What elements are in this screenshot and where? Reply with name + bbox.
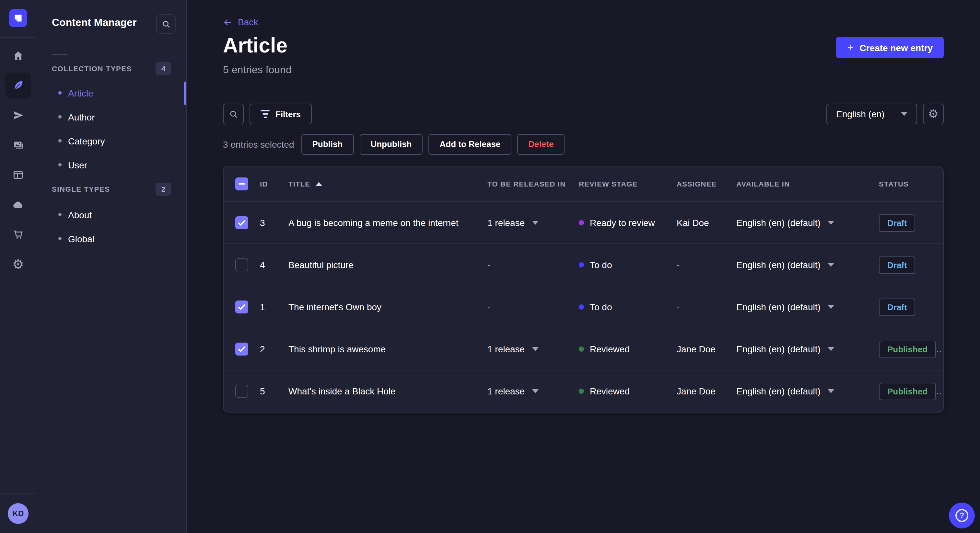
sidebar-divider	[52, 54, 67, 55]
cell-available-in[interactable]: English (en) (default)	[736, 260, 879, 270]
cart-icon[interactable]	[5, 222, 31, 247]
bullet-icon	[58, 237, 62, 240]
cell-release[interactable]: 1 release	[487, 386, 579, 397]
feather-icon[interactable]	[5, 73, 31, 98]
app-root: ⚙ KD Content Manager COLLECTION TYPES 4 …	[0, 0, 980, 533]
table-row[interactable]: 3 A bug is becoming a meme on the intern…	[224, 201, 943, 244]
sidebar-search-button[interactable]	[156, 14, 176, 34]
column-header-to-be-released-in: TO BE RELEASED IN	[487, 180, 579, 188]
cell-available-in[interactable]: English (en) (default)	[736, 386, 879, 397]
help-button[interactable]: ?	[949, 503, 975, 528]
cell-title: What's inside a Black Hole	[288, 386, 487, 397]
arrow-left-icon	[223, 17, 233, 27]
table-row[interactable]: 4 Beautiful picture - To do - English (e…	[224, 244, 943, 286]
sort-asc-icon[interactable]	[315, 182, 322, 186]
unpublish-button[interactable]: Unpublish	[360, 134, 423, 154]
pictures-icon[interactable]	[5, 132, 31, 158]
check-icon	[238, 304, 246, 310]
publish-button[interactable]: Publish	[301, 134, 353, 154]
cell-review-stage: To do	[579, 260, 677, 270]
single-types-header: SINGLE TYPES 2	[52, 182, 171, 195]
cell-id: 4	[260, 260, 288, 270]
sidebar-item-author[interactable]: Author	[36, 105, 186, 129]
plus-icon: +	[847, 42, 854, 53]
cell-release: -	[487, 260, 579, 270]
row-checkbox[interactable]	[235, 300, 248, 314]
row-checkbox[interactable]	[235, 259, 248, 271]
home-icon[interactable]	[5, 43, 31, 69]
collection-types-count: 4	[156, 62, 171, 75]
sidebar-item-global[interactable]: Global	[36, 227, 186, 251]
filter-icon	[261, 110, 270, 118]
user-avatar[interactable]: KD	[8, 503, 29, 524]
toolbar-right: English (en) ⚙	[826, 104, 944, 124]
stage-dot-icon	[579, 346, 584, 352]
row-checkbox[interactable]	[235, 343, 248, 355]
check-icon	[238, 219, 246, 226]
stage-dot-icon	[579, 262, 584, 268]
cloud-icon[interactable]	[5, 192, 31, 217]
collection-types-list: Article Author Category User	[36, 81, 186, 177]
entries-count: 5 entries found	[223, 64, 292, 76]
delete-button[interactable]: Delete	[517, 134, 565, 154]
chevron-down-icon	[828, 221, 834, 225]
cell-available-in[interactable]: English (en) (default)	[736, 217, 879, 228]
check-icon	[238, 346, 246, 352]
search-button[interactable]	[223, 104, 244, 124]
status-badge: Published	[879, 382, 936, 400]
table-row[interactable]: 1 The internet's Own boy - To do - Engli…	[224, 286, 943, 328]
page-title: Article	[223, 34, 288, 58]
question-mark-icon: ?	[955, 509, 968, 522]
cell-review-stage: To do	[579, 302, 677, 312]
rail-icon-nav: ⚙	[5, 43, 31, 277]
cell-id: 1	[260, 302, 288, 312]
cell-assignee: Kai Doe	[677, 217, 736, 228]
stage-dot-icon	[579, 389, 584, 394]
cell-id: 2	[260, 344, 288, 354]
sidebar-item-about[interactable]: About	[36, 203, 186, 227]
bullet-icon	[58, 91, 62, 95]
nav-rail: ⚙ KD	[0, 0, 36, 533]
cell-release[interactable]: 1 release	[487, 344, 579, 354]
sidebar-item-user[interactable]: User	[36, 153, 186, 177]
select-all-checkbox[interactable]	[235, 178, 248, 190]
chevron-down-icon	[532, 389, 538, 393]
search-icon	[229, 109, 238, 119]
layout-icon[interactable]	[5, 162, 31, 188]
selection-bar: 3 entries selected Publish Unpublish Add…	[223, 133, 565, 155]
bullet-icon	[58, 115, 62, 119]
sidebar-item-article[interactable]: Article	[36, 81, 186, 105]
cell-status: Draft	[879, 256, 943, 274]
chevron-down-icon	[828, 263, 834, 267]
bullet-icon	[58, 139, 62, 143]
paper-plane-icon[interactable]	[5, 102, 31, 128]
cell-available-in[interactable]: English (en) (default)	[736, 344, 879, 354]
cell-release[interactable]: 1 release	[487, 217, 579, 228]
gear-icon[interactable]: ⚙	[5, 251, 31, 277]
row-checkbox[interactable]	[235, 216, 248, 229]
chevron-down-icon	[532, 221, 538, 225]
view-settings-button[interactable]: ⚙	[923, 104, 944, 124]
sidebar-title: Content Manager	[52, 17, 137, 29]
bullet-icon	[58, 163, 62, 167]
rail-divider	[0, 37, 36, 38]
back-link[interactable]: Back	[223, 17, 258, 27]
table-header-row: ID TITLE TO BE RELEASED IN REVIEW STAGE …	[224, 167, 943, 201]
row-checkbox[interactable]	[235, 385, 248, 398]
column-header-id[interactable]: ID	[260, 180, 288, 188]
cell-assignee: Jane Doe	[677, 386, 736, 397]
create-new-entry-button[interactable]: + Create new entry	[836, 37, 944, 58]
table-row[interactable]: 5 What's inside a Black Hole 1 release R…	[224, 370, 943, 412]
filters-button[interactable]: Filters	[250, 104, 312, 124]
locale-select[interactable]: English (en)	[826, 104, 917, 124]
column-header-status: STATUS	[879, 180, 943, 188]
strapi-logo[interactable]	[9, 9, 27, 27]
cell-title: The internet's Own boy	[288, 302, 487, 312]
sidebar: Content Manager COLLECTION TYPES 4 Artic…	[36, 0, 187, 533]
cell-available-in[interactable]: English (en) (default)	[736, 302, 879, 312]
sidebar-item-category[interactable]: Category	[36, 129, 186, 153]
table-row[interactable]: 2 This shrimp is awesome 1 release Revie…	[224, 328, 943, 370]
cell-review-stage: Reviewed	[579, 344, 677, 354]
add-to-release-button[interactable]: Add to Release	[428, 134, 511, 154]
column-header-title[interactable]: TITLE	[288, 180, 487, 188]
